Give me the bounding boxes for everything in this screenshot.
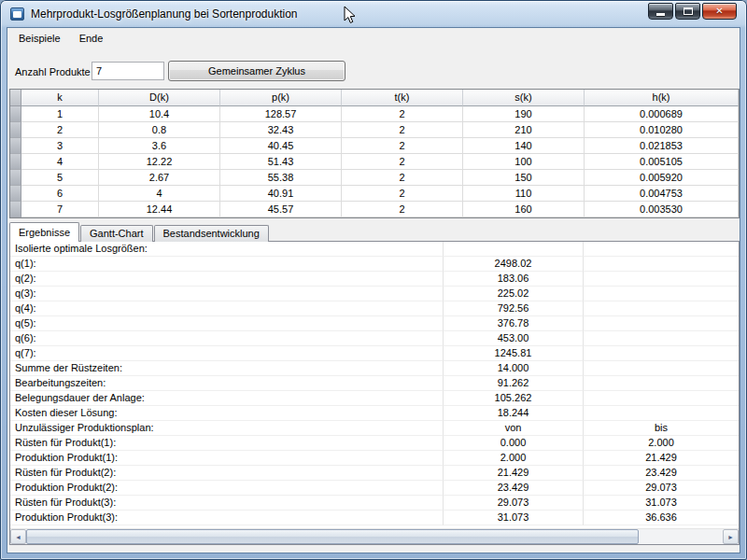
grid-cell[interactable]: 5 [21,170,99,186]
tab-bestandsentwicklung[interactable]: Bestandsentwicklung [154,225,269,242]
grid-row-header[interactable] [10,122,21,138]
grid-cell[interactable]: 45.57 [220,202,342,217]
grid-row: 20.832.4322100.010280 [10,122,739,138]
results-row-bis [584,376,739,391]
results-horizontal-scrollbar[interactable]: ◄ ► [10,528,739,544]
grid-cell[interactable]: 0.004753 [585,186,739,202]
grid-cell[interactable]: 2 [342,186,463,202]
grid-cell[interactable]: 2 [342,106,463,122]
menu-item-beispiele[interactable]: Beispiele [9,28,70,49]
grid-cell[interactable]: 160 [463,202,585,217]
results-row: Isolierte optimale Losgrößen: [10,242,739,257]
grid-cell[interactable]: 0.003530 [585,202,739,217]
results-row: q(2):183.06 [10,272,739,287]
grid-cell[interactable]: 12.44 [99,202,220,217]
grid-cell[interactable]: 12.22 [99,154,220,170]
grid-row-header[interactable] [10,138,21,154]
grid-cell[interactable]: 2 [342,202,463,217]
grid-cell[interactable]: 3.6 [99,138,220,154]
grid-cell[interactable]: 0.021853 [585,138,739,154]
maximize-icon [684,7,693,15]
grid-cell[interactable]: 55.38 [220,170,342,186]
grid-cell[interactable]: 2 [342,154,463,170]
results-row-von: 91.262 [444,376,584,391]
results-row-von: 23.429 [444,481,584,496]
grid-cell[interactable]: 4 [99,186,220,202]
grid-cell[interactable]: 3 [21,138,99,154]
results-row-label: Kosten dieser Lösung: [10,406,444,421]
results-row-von: 2498.02 [444,257,584,272]
results-row-bis [584,316,739,331]
results-row-von: 0.000 [444,436,584,451]
grid-cell[interactable]: 2 [342,170,463,186]
grid-row: 33.640.4521400.021853 [10,138,739,154]
results-row-von: 18.244 [444,406,584,421]
results-row: Produktion Produkt(1):2.00021.429 [10,451,739,466]
window-controls: ✕ [648,3,737,20]
grid-cell[interactable]: 140 [463,138,585,154]
close-icon: ✕ [715,7,723,16]
grid-cell[interactable]: 7 [21,202,99,217]
grid-cell[interactable]: 2 [342,138,463,154]
results-row-label: Produktion Produkt(2): [10,481,444,496]
results-rows: Isolierte optimale Losgrößen:q(1):2498.0… [10,242,739,528]
application-icon [10,7,24,21]
grid-cell[interactable]: 0.010280 [585,122,739,138]
grid-cell[interactable]: 0.005105 [585,154,739,170]
title-bar[interactable]: Mehrprodukt-Losgrößenplanung bei Sortenp… [0,0,747,28]
grid-cell[interactable]: 2 [342,122,463,138]
results-row-label: Unzulässiger Produktionsplan: [10,421,444,436]
grid-cell[interactable]: 6 [21,186,99,202]
scrollbar-thumb[interactable] [26,529,639,544]
grid-column-header[interactable]: D(k) [99,90,220,106]
results-row: q(5):376.78 [10,316,739,331]
grid-cell[interactable]: 32.43 [220,122,342,138]
scrollbar-track[interactable] [26,529,723,544]
grid-row-header[interactable] [10,186,21,202]
common-cycle-button[interactable]: Gemeinsamer Zyklus [168,61,345,81]
grid-row-header[interactable] [10,154,21,170]
grid-row: 110.4128.5721900.000689 [10,106,739,122]
results-row: Bearbeitungszeiten:91.262 [10,376,739,391]
grid-cell[interactable]: 0.8 [99,122,220,138]
scroll-left-button[interactable]: ◄ [10,529,26,544]
grid-cell[interactable]: 40.45 [220,138,342,154]
results-row: Rüsten für Produkt(3):29.07331.073 [10,496,739,511]
grid-cell[interactable]: 2.67 [99,170,220,186]
scroll-right-button[interactable]: ► [723,529,739,544]
grid-cell[interactable]: 2 [21,122,99,138]
close-button[interactable]: ✕ [702,3,737,20]
grid-cell[interactable]: 150 [463,170,585,186]
maximize-button[interactable] [675,3,700,20]
results-row-label: Rüsten für Produkt(3): [10,496,444,511]
results-row: q(4):792.56 [10,301,739,316]
menu-item-ende[interactable]: Ende [70,28,113,49]
grid-cell[interactable]: 100 [463,154,585,170]
grid-cell[interactable]: 1 [21,106,99,122]
grid-row-header[interactable] [10,202,21,217]
grid-column-header[interactable]: p(k) [220,90,342,106]
results-row-von: 29.073 [444,496,584,511]
grid-column-header[interactable]: t(k) [342,90,463,106]
grid-row-header[interactable] [10,170,21,186]
grid-cell[interactable]: 190 [463,106,585,122]
grid-cell[interactable]: 128.57 [220,106,342,122]
grid-cell[interactable]: 40.91 [220,186,342,202]
grid-row: 412.2251.4321000.005105 [10,154,739,170]
grid-column-header[interactable]: h(k) [585,90,739,106]
grid-cell[interactable]: 0.005920 [585,170,739,186]
grid-cell[interactable]: 4 [21,154,99,170]
grid-column-header[interactable]: k [21,90,99,106]
tab-gantt-chart[interactable]: Gantt-Chart [80,225,152,242]
grid-cell[interactable]: 210 [463,122,585,138]
grid-cell[interactable]: 0.000689 [585,106,739,122]
grid-cell[interactable]: 51.43 [220,154,342,170]
grid-column-header[interactable]: s(k) [463,90,585,106]
grid-cell[interactable]: 110 [463,186,585,202]
grid-row-header[interactable] [10,106,21,122]
tab-ergebnisse[interactable]: Ergebnisse [9,222,79,242]
results-row-bis: 29.073 [584,481,739,496]
product-count-input[interactable] [92,62,164,80]
grid-cell[interactable]: 10.4 [99,106,220,122]
minimize-button[interactable] [648,3,673,20]
